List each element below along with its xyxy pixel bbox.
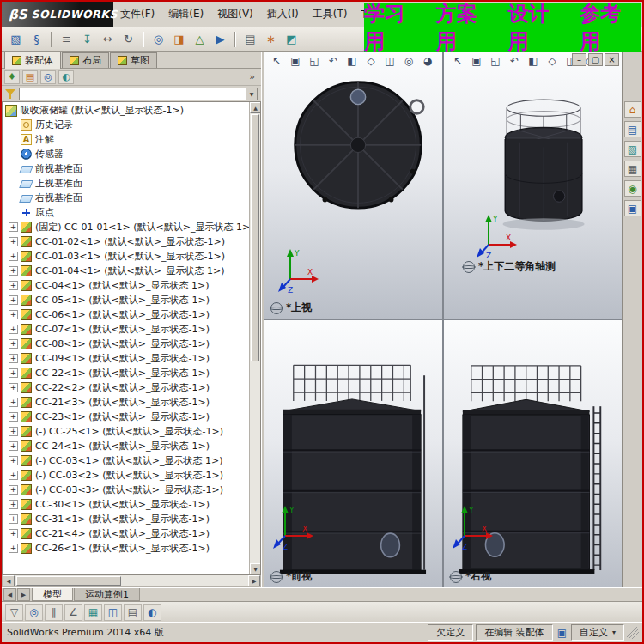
scrollbar-thumb[interactable] bbox=[16, 576, 121, 586]
tree-item[interactable]: 历史记录 bbox=[3, 118, 249, 132]
expander-icon[interactable]: + bbox=[9, 222, 18, 232]
rotate-component-icon[interactable]: ↻ bbox=[118, 30, 138, 49]
bill-of-materials-icon[interactable]: ▤ bbox=[240, 30, 260, 49]
tree-item[interactable]: + CC-04<1> (默认<默认>_显示状态 1>) bbox=[3, 278, 249, 293]
tree-item[interactable]: + CC-26<1> (默认<默认>_显示状态-1>) bbox=[3, 541, 249, 556]
reference-geometry-icon[interactable]: △ bbox=[190, 30, 210, 49]
close-button[interactable]: × bbox=[605, 53, 619, 66]
view-orientation-icon[interactable]: ◇ bbox=[362, 53, 380, 69]
view-orientation-icon[interactable]: ◇ bbox=[544, 53, 561, 69]
tree-horizontal-scrollbar[interactable] bbox=[2, 575, 261, 587]
expander-icon[interactable]: + bbox=[9, 310, 18, 319]
filter-dropdown-icon[interactable] bbox=[246, 88, 258, 100]
tree-item[interactable]: 右视基准面 bbox=[3, 191, 249, 205]
interference-detection-icon[interactable]: ◩ bbox=[282, 30, 301, 49]
section-tool-icon[interactable]: ◫ bbox=[104, 604, 122, 621]
expander-icon[interactable]: + bbox=[9, 266, 18, 276]
grid-snap-icon[interactable]: ▦ bbox=[84, 604, 102, 621]
previous-view-icon[interactable]: ↶ bbox=[506, 53, 523, 69]
tree-item[interactable]: + CC-30<1> (默认<默认>_显示状态-1>) bbox=[3, 497, 249, 512]
tree-item[interactable]: 前视基准面 bbox=[3, 161, 249, 176]
zoom-area-icon[interactable]: ◱ bbox=[487, 53, 504, 69]
panel-tab[interactable]: 装配体 bbox=[4, 52, 61, 69]
section-view-icon[interactable]: ◧ bbox=[343, 53, 361, 69]
tree-item[interactable]: + CC-09<1> (默认<默认>_显示状态-1>) bbox=[3, 351, 249, 366]
menu-item[interactable]: 编辑(E) bbox=[161, 7, 210, 21]
expander-icon[interactable]: + bbox=[9, 354, 18, 363]
expander-icon[interactable]: + bbox=[9, 295, 18, 305]
scroll-left-icon[interactable] bbox=[3, 575, 15, 586]
expander-icon[interactable]: + bbox=[9, 529, 18, 538]
tree-item[interactable]: + (固定) CC-01-01<1> (默认<默认>_显示状态 1>) bbox=[3, 220, 249, 234]
zoom-fit-icon[interactable]: ▣ bbox=[287, 53, 304, 69]
document-tab[interactable]: 模型 bbox=[32, 588, 73, 601]
show-hide-components-icon[interactable]: ◎ bbox=[149, 30, 168, 49]
custom-dropdown[interactable]: 自定义 ▾ bbox=[571, 624, 624, 641]
viewport-pane-front-view[interactable]: Y X Z *前视 bbox=[264, 320, 442, 587]
panel-tab[interactable]: 草图 bbox=[110, 52, 157, 68]
tree-item[interactable]: + CC-21<4> (默认<默认>_显示状态-1>) bbox=[3, 526, 249, 541]
expander-icon[interactable]: + bbox=[9, 412, 18, 422]
tree-item[interactable]: + (-) CC-03<3> (默认<默认>_显示状态-1>) bbox=[3, 483, 249, 497]
exploded-view-icon[interactable]: ∗ bbox=[261, 30, 281, 49]
tree-vertical-scrollbar[interactable] bbox=[249, 102, 260, 574]
expander-icon[interactable]: + bbox=[9, 281, 18, 290]
zoom-fit-icon[interactable]: ▣ bbox=[468, 53, 485, 69]
select-arrow-icon[interactable]: ↖ bbox=[268, 53, 285, 69]
line-tool-icon[interactable]: ∥ bbox=[45, 604, 63, 621]
tree-item[interactable]: 原点 bbox=[3, 205, 249, 220]
scrollbar-thumb[interactable] bbox=[251, 114, 259, 361]
scroll-up-icon[interactable] bbox=[250, 102, 261, 113]
tree-item[interactable]: + CC-01-04<1> (默认<默认>_显示状态 1>) bbox=[3, 264, 249, 278]
expander-icon[interactable]: + bbox=[9, 325, 18, 334]
featuremanager-tree-icon[interactable]: ♦ bbox=[4, 70, 20, 84]
display-style-icon[interactable]: ◫ bbox=[381, 53, 398, 69]
viewport-pane-right-view[interactable]: Y X Z *右视 bbox=[444, 320, 622, 587]
angle-snap-icon[interactable]: ∠ bbox=[64, 604, 82, 621]
selection-filter-icon[interactable]: ▽ bbox=[5, 604, 23, 621]
resize-grip[interactable] bbox=[627, 627, 639, 639]
expander-icon[interactable]: + bbox=[9, 252, 18, 261]
display-tool-icon[interactable]: ◐ bbox=[143, 604, 161, 621]
tree-item[interactable]: + CC-07<1> (默认<默认>_显示状态-1>) bbox=[3, 322, 249, 337]
expander-icon[interactable]: + bbox=[9, 456, 18, 465]
scroll-down-icon[interactable] bbox=[250, 563, 261, 574]
smart-fasteners-icon[interactable]: ↧ bbox=[77, 30, 97, 49]
menu-item[interactable]: 工具(T) bbox=[306, 7, 355, 21]
tree-item[interactable]: 上视基准面 bbox=[3, 176, 249, 191]
tree-item[interactable]: 注解 bbox=[3, 132, 249, 147]
sketch-tool-icon[interactable]: ◎ bbox=[25, 604, 43, 621]
tree-item[interactable]: + CC-31<1> (默认<默认>_显示状态-1>) bbox=[3, 512, 249, 526]
expander-icon[interactable]: + bbox=[9, 544, 18, 553]
menu-item[interactable]: 视图(V) bbox=[210, 7, 260, 21]
viewport-pane-top-view[interactable]: Y X Z *上视 bbox=[264, 52, 442, 319]
expander-icon[interactable]: + bbox=[9, 368, 18, 378]
tree-item[interactable]: + CC-01-02<1> (默认<默认>_显示状态-1>) bbox=[3, 234, 249, 249]
design-library-icon[interactable]: ▤ bbox=[624, 121, 641, 137]
document-tab[interactable]: 运动算例1 bbox=[74, 588, 140, 601]
filter-input[interactable] bbox=[19, 88, 247, 100]
scrollbar-track[interactable] bbox=[250, 113, 260, 563]
configurationmanager-icon[interactable]: ◎ bbox=[40, 70, 56, 84]
tree-item[interactable]: + CC-08<1> (默认<默认>_显示状态-1>) bbox=[3, 337, 249, 351]
linear-pattern-icon[interactable]: ≡ bbox=[57, 30, 76, 49]
tree-item[interactable]: + CC-06<1> (默认<默认>_显示状态-1>) bbox=[3, 307, 249, 322]
tree-item[interactable]: 传感器 bbox=[3, 147, 249, 161]
tree-item[interactable]: + (-) CC-03<1> (默认<默认>_显示状态 1>) bbox=[3, 453, 249, 468]
tree-item[interactable]: + CC-01-03<1> (默认<默认>_显示状态-1>) bbox=[3, 249, 249, 264]
move-component-icon[interactable]: ↔ bbox=[98, 30, 118, 49]
overflow-chevron-icon[interactable]: » bbox=[246, 71, 258, 82]
tree-item[interactable]: + CC-05<1> (默认<默认>_显示状态-1>) bbox=[3, 293, 249, 307]
edit-appearance-icon[interactable]: ◕ bbox=[419, 53, 436, 69]
assembly-features-icon[interactable]: ◨ bbox=[169, 30, 189, 49]
hide-show-items-icon[interactable]: ◎ bbox=[400, 53, 417, 69]
displaymanager-icon[interactable]: ◐ bbox=[58, 70, 74, 84]
expander-icon[interactable]: + bbox=[9, 500, 18, 509]
tree-item[interactable]: + CC-21<3> (默认<默认>_显示状态-1>) bbox=[3, 395, 249, 410]
tree-root-item[interactable]: 吸收液储罐 (默认<默认_显示状态-1>) bbox=[3, 103, 249, 118]
motion-study-icon[interactable]: ▶ bbox=[210, 30, 230, 49]
select-arrow-icon[interactable]: ↖ bbox=[449, 53, 466, 69]
tree-item[interactable]: + CC-23<1> (默认<默认>_显示状态-1>) bbox=[3, 410, 249, 424]
previous-tab-button[interactable]: ◀ bbox=[3, 588, 16, 601]
expander-icon[interactable]: + bbox=[9, 441, 18, 451]
